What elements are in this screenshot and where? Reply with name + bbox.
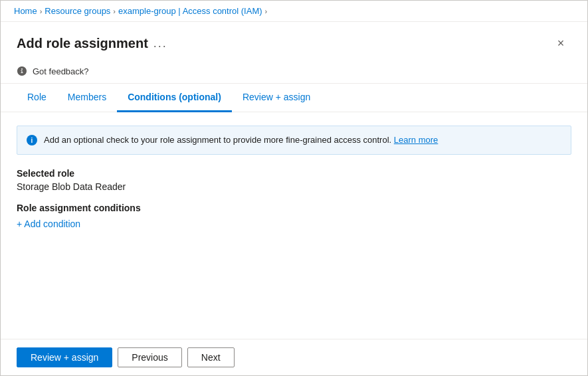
add-role-assignment-window: Home › Resource groups › example-group |… [0,0,588,376]
panel-ellipsis: ... [153,37,167,50]
scroll-area: i Add an optional check to your role ass… [1,112,587,339]
breadcrumb-separator-3: › [265,7,268,15]
tab-conditions[interactable]: Conditions (optional) [117,84,232,112]
previous-button[interactable]: Previous [118,347,181,367]
tab-role[interactable]: Role [17,84,57,112]
info-box: i Add an optional check to your role ass… [17,126,571,155]
breadcrumb-resource-groups[interactable]: Resource groups [45,6,110,16]
breadcrumb-home[interactable]: Home [14,6,37,16]
info-icon: i [27,135,37,145]
panel-title-container: Add role assignment ... [17,36,167,51]
feedback-text: Got feedback? [33,66,89,76]
breadcrumb-separator-1: › [40,7,43,15]
feedback-bar: Got feedback? [1,62,587,84]
breadcrumb-iam[interactable]: example-group | Access control (IAM) [118,6,262,16]
panel-title: Add role assignment [17,36,148,51]
main-content: Add role assignment ... × Got feedback? … [1,22,587,375]
add-condition-button[interactable]: + Add condition [17,219,80,229]
tab-review-assign[interactable]: Review + assign [232,84,321,112]
footer: Review + assign Previous Next [1,339,587,375]
review-assign-button[interactable]: Review + assign [17,347,112,367]
breadcrumb-separator-2: › [113,7,116,15]
selected-role-value: Storage Blob Data Reader [17,181,571,192]
breadcrumb: Home › Resource groups › example-group |… [1,1,587,22]
next-button[interactable]: Next [187,347,235,367]
tab-members[interactable]: Members [57,84,117,112]
tabs-container: Role Members Conditions (optional) Revie… [1,84,587,112]
conditions-label: Role assignment conditions [17,203,571,213]
feedback-icon [17,66,27,76]
close-button[interactable]: × [550,33,571,54]
info-text: Add an optional check to your role assig… [44,134,438,146]
learn-more-link[interactable]: Learn more [394,135,438,145]
selected-role-label: Selected role [17,168,571,179]
panel-header: Add role assignment ... × [1,22,587,62]
